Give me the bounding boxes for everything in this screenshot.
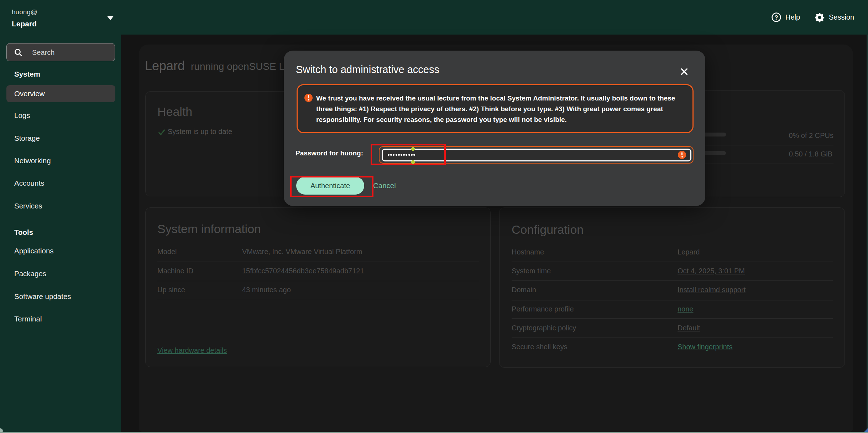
svg-text:?: ?: [774, 14, 778, 21]
